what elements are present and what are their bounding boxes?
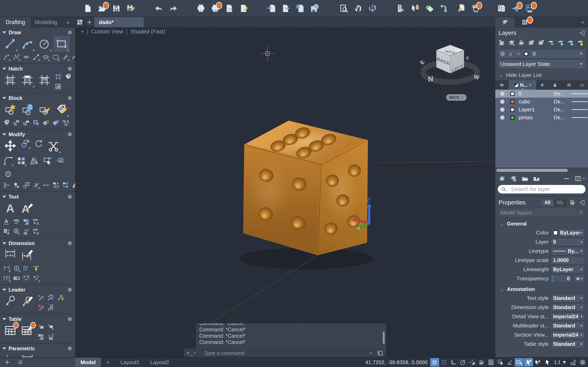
table-style-list-tool[interactable]: A — [37, 333, 45, 341]
layout-tab-layout2[interactable]: Layout2 — [145, 358, 175, 367]
collapse-triangle-icon[interactable] — [2, 68, 6, 70]
arc-tool[interactable] — [20, 36, 35, 52]
new-drawing-tab-button[interactable] — [85, 17, 94, 27]
export-table-tool[interactable]: S — [37, 323, 45, 331]
command-scrollbar[interactable] — [383, 332, 385, 344]
hatch-options-tool[interactable] — [20, 72, 35, 88]
command-history[interactable]: Command: *Cancel*Command: *Cancel*Comman… — [196, 323, 386, 349]
isometric-toggle[interactable] — [505, 358, 514, 367]
design-center-button[interactable] — [471, 4, 480, 13]
layer-lineweight[interactable]: De... — [554, 106, 572, 113]
layer-color-swatch[interactable] — [510, 100, 515, 104]
layer-isolate-button[interactable] — [527, 39, 535, 46]
grid-toggle[interactable] — [430, 358, 439, 367]
import-button[interactable] — [267, 4, 276, 13]
layer-linetype-sample[interactable] — [572, 109, 588, 110]
purge-button[interactable] — [457, 4, 466, 13]
layer-hscrollbar[interactable] — [495, 167, 588, 173]
layer-row-Layer1[interactable]: Layer1 De... — [495, 106, 588, 114]
layer-linetype-sample[interactable] — [572, 101, 588, 102]
plot-button[interactable] — [211, 4, 220, 13]
layer-search[interactable]: ⌄ Search for layer — [498, 185, 586, 193]
layer-lineweight[interactable]: De... — [554, 99, 572, 105]
layer-lock-button[interactable] — [567, 39, 574, 46]
layer-color-swatch[interactable] — [510, 116, 515, 120]
current-layer-dropdown[interactable]: 0 ▼ — [498, 49, 586, 58]
osnap-toggle[interactable] — [468, 358, 477, 367]
etransmit-button[interactable] — [310, 4, 319, 13]
layer-previous-button[interactable] — [518, 39, 525, 46]
edit-table-tool[interactable] — [20, 323, 35, 338]
edit-dimension-tool[interactable] — [20, 247, 35, 262]
prompt-caret-icon[interactable]: ▾ — [194, 351, 195, 355]
save-file-button[interactable] — [112, 4, 121, 13]
scale-tool[interactable] — [22, 181, 31, 189]
layer-linetype-sample[interactable] — [572, 117, 588, 118]
write-block-tool[interactable] — [22, 118, 31, 127]
collapse-triangle-icon[interactable] — [2, 97, 6, 99]
layer-lineweight[interactable]: De... — [554, 114, 572, 121]
update-table-links-tool[interactable]: S — [47, 333, 55, 341]
layer-lineweight[interactable]: De... — [554, 91, 572, 97]
layer-color-swatch[interactable] — [510, 108, 515, 112]
tab-drafting[interactable]: Drafting — [0, 17, 31, 27]
linetype-dropdown[interactable]: By...▼ — [551, 247, 585, 255]
circle-tool[interactable] — [37, 36, 52, 52]
layer-row-pintas[interactable]: pintas De... — [495, 114, 588, 122]
mtext-tool[interactable]: A — [2, 200, 18, 216]
insert-table-tool[interactable] — [2, 323, 18, 338]
new-property-filter-button[interactable] — [533, 175, 540, 182]
transparency-dropdown[interactable]: ▼ — [574, 275, 585, 283]
polyline-tool[interactable] — [12, 53, 21, 61]
lineweight-toggle[interactable] — [477, 358, 486, 367]
redo-button[interactable] — [169, 4, 178, 13]
gear-icon[interactable] — [67, 316, 73, 322]
edit-text-tool[interactable]: A — [20, 200, 35, 216]
tolerance-tool[interactable]: .1 — [12, 274, 21, 282]
gear-icon[interactable] — [67, 66, 73, 72]
quick-properties-toggle[interactable] — [534, 358, 543, 367]
text-style-dropdown[interactable]: Standard▼ — [551, 294, 585, 302]
dimension-tool[interactable] — [2, 247, 18, 262]
layer-color-swatch[interactable] — [510, 92, 515, 96]
layout-tab-model[interactable]: Model — [75, 358, 101, 367]
quick-multileader-tool[interactable] — [56, 293, 65, 302]
annotation-scale[interactable]: 1:1▼ — [552, 358, 568, 367]
property-section-header[interactable]: ⌄General — [495, 218, 588, 228]
layer-state-dropdown[interactable]: Unsaved Layer State ▼ — [498, 59, 586, 69]
filter-my-button[interactable]: My — [554, 199, 567, 206]
multileader-st-dropdown[interactable]: Standard▼ — [551, 322, 585, 330]
arc-2p-tool[interactable] — [2, 53, 11, 61]
gradient-tool[interactable] — [37, 72, 52, 88]
add-view-button[interactable] — [4, 359, 10, 365]
define-attribute-tool[interactable] — [2, 118, 11, 127]
collect-leaders-tool[interactable] — [47, 303, 55, 312]
column-name-sort[interactable]: N...⇕ — [509, 80, 536, 90]
drawing-tab-dado[interactable]: dado* — [94, 17, 144, 27]
update-text-tool[interactable]: A — [22, 227, 31, 236]
edit-attributes-tool[interactable] — [54, 102, 69, 117]
drawing-compare-button[interactable] — [497, 4, 506, 13]
pdf-text-settings-tool[interactable]: PDF — [32, 227, 40, 236]
popout-icon[interactable] — [579, 30, 585, 36]
align-tool[interactable] — [52, 181, 60, 189]
table-style-dropdown[interactable]: Standard▼ — [551, 340, 585, 348]
detail-view-st-dropdown[interactable]: Imperial24▼ — [551, 313, 585, 321]
offset-tool[interactable] — [55, 155, 66, 167]
inspect-dimension-tool[interactable] — [22, 274, 31, 282]
new-layer-button[interactable] — [499, 175, 506, 182]
history-caret-icon[interactable]: ▾ — [370, 351, 372, 355]
remove-leader-tool[interactable] — [37, 303, 45, 312]
layer-status-icon[interactable] — [500, 92, 504, 96]
column-linetype[interactable] — [576, 80, 588, 90]
point-tracking-button[interactable] — [439, 4, 448, 13]
notes-icon[interactable] — [570, 200, 576, 206]
trim-tool[interactable] — [46, 138, 61, 154]
move-3d-tool[interactable] — [12, 181, 21, 189]
break-tool[interactable] — [32, 181, 40, 189]
share-button[interactable] — [511, 4, 520, 13]
section-view-dropdown[interactable]: Imperial24▼ — [551, 331, 585, 339]
more-tabs-button[interactable]: » — [577, 17, 588, 27]
collapse-triangle-icon[interactable] — [2, 133, 6, 136]
mirror-tool[interactable] — [29, 155, 40, 167]
